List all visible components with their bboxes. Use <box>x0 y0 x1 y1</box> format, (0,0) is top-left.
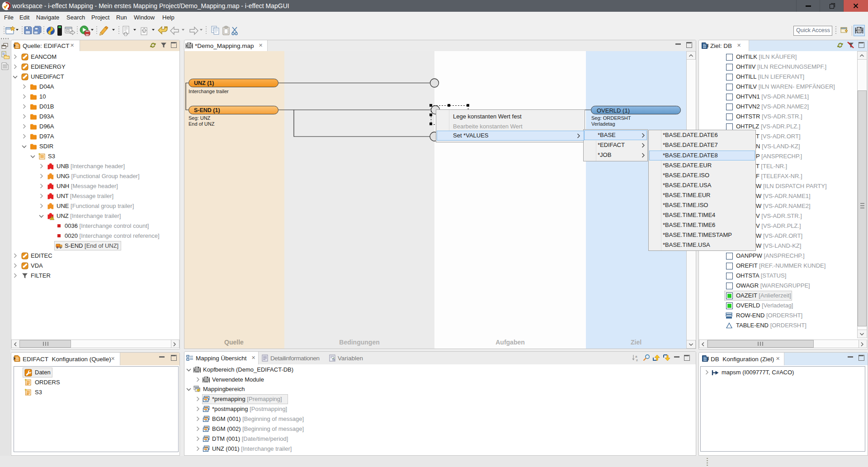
svg-text:z: z <box>636 358 638 362</box>
